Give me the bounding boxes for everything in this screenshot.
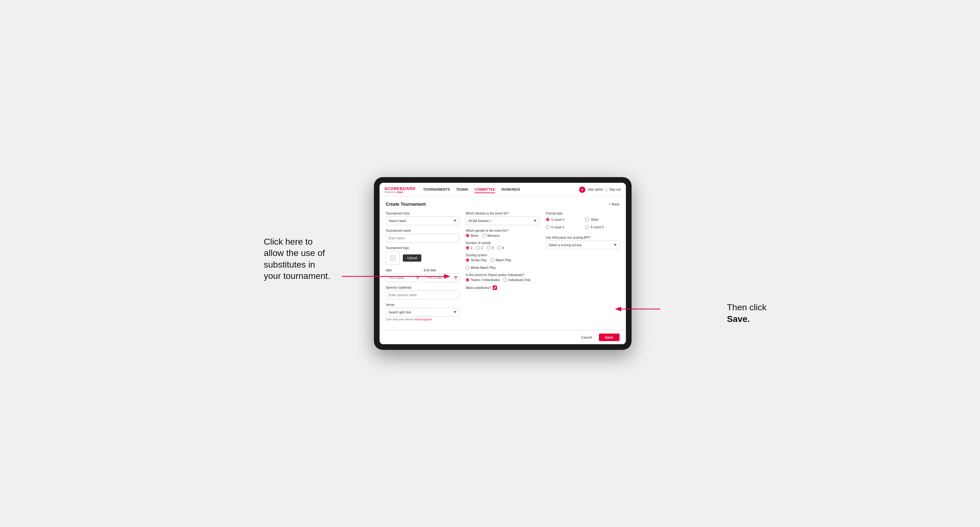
rounds-3-radio[interactable] [487, 246, 490, 250]
rounds-4-radio[interactable] [497, 246, 501, 250]
page-content: Create Tournament < Back Tournament Host… [380, 197, 626, 330]
sponsor-group: Sponsor (optional) [386, 286, 460, 299]
rounds-2[interactable]: 2 [476, 246, 483, 250]
event-for-label: Is this event for Teams and/or Individua… [466, 273, 539, 277]
sign-out-link[interactable]: Sign out [609, 188, 621, 191]
nav-committee[interactable]: COMMITTEE [474, 186, 495, 193]
format-label: Format type [546, 212, 620, 215]
rounds-2-radio[interactable] [476, 246, 480, 250]
venue-select[interactable]: Search golf club [386, 308, 460, 317]
tablet-device: SCOREBOARD Powered by clippd TOURNAMENTS… [374, 177, 632, 350]
gender-radio-group: Mens Womens [466, 234, 539, 237]
format-6count4: 6 count 4 [546, 225, 580, 229]
rounds-4[interactable]: 4 [497, 246, 504, 250]
venue-group: Venue Search golf club Can't find your v… [386, 303, 460, 321]
format-5count4-radio[interactable] [546, 217, 550, 221]
scoring-label: Scoring system [466, 254, 539, 257]
rounds-1[interactable]: 1 [466, 246, 473, 250]
nav-tournaments[interactable]: TOURNAMENTS [423, 186, 450, 193]
tournament-logo-label: Tournament logo [386, 246, 460, 250]
gender-group: Which gender is the event for? Mens Wome… [466, 229, 539, 237]
format-5count4: 5 count 4 [546, 217, 580, 221]
format-other: Other [585, 217, 619, 221]
format-other-radio[interactable] [585, 217, 589, 221]
tournament-logo-group: Tournament logo Upload [386, 246, 460, 265]
scoring-api-label: Use third-party live scoring API? [546, 236, 620, 239]
calendar-icon-end: 📅 [454, 276, 458, 279]
scoring-medal[interactable]: Medal Match Play [466, 266, 495, 270]
page-header: Create Tournament < Back [386, 202, 620, 206]
app-logo: SCOREBOARD Powered by clippd [385, 186, 416, 193]
tournament-name-label: Tournament name [386, 229, 460, 232]
left-annotation: Click here to allow the use of substitut… [264, 236, 333, 282]
event-for-radio-group: Teams (+Individuals) Individuals Only [466, 278, 539, 282]
tournament-host-label: Tournament Host [386, 212, 460, 215]
tournament-host-select[interactable]: Search team [386, 216, 460, 225]
tournament-name-input[interactable] [386, 234, 460, 243]
navigation: SCOREBOARD Powered by clippd TOURNAMENTS… [380, 183, 626, 197]
nav-items: TOURNAMENTS TEAMS COMMITTEE RANKINGS [423, 186, 579, 193]
scoring-api-select[interactable]: Select a scoring service [546, 241, 620, 249]
gender-label: Which gender is the event for? [466, 229, 539, 232]
scoring-radio-group: Stroke Play Match Play Medal Match Play [466, 258, 539, 270]
gender-mens[interactable]: Mens [466, 234, 478, 237]
event-teams[interactable]: Teams (+Individuals) [466, 278, 500, 282]
gender-mens-radio[interactable] [466, 234, 469, 237]
page-title: Create Tournament [386, 202, 426, 206]
left-arrow [339, 267, 452, 286]
right-arrow [613, 301, 663, 317]
right-annotation-bold: Save. [727, 314, 750, 324]
rounds-radio-group: 1 2 3 [466, 246, 539, 250]
form-column-right: Format type 5 count 4 Other [546, 212, 620, 325]
allow-subs-label[interactable]: Allow substitutes? [466, 286, 539, 290]
page-footer: Cancel Save [380, 330, 626, 344]
nav-separator: | [606, 188, 607, 191]
tournament-host-group: Tournament Host Search team [386, 212, 460, 225]
scoring-stroke[interactable]: Stroke Play [466, 258, 487, 262]
division-label: Which division is the event for? [466, 212, 539, 215]
rounds-group: Number of rounds 1 2 [466, 241, 539, 250]
email-support-link[interactable]: email support [415, 318, 432, 321]
venue-label: Venue [386, 303, 460, 306]
form-column-middle: Which division is the event for? NCAA Di… [466, 212, 539, 325]
rounds-3[interactable]: 3 [487, 246, 493, 250]
format-6count4-radio[interactable] [546, 225, 550, 229]
format-group: Format type 5 count 4 Other [546, 212, 620, 231]
tournament-name-group: Tournament name [386, 229, 460, 243]
scoring-match-radio[interactable] [490, 258, 494, 262]
nav-teams[interactable]: TEAMS [456, 186, 468, 193]
logo-placeholder [386, 251, 400, 265]
division-select[interactable]: NCAA Division I [466, 216, 539, 225]
save-button[interactable]: Save [599, 333, 620, 341]
rounds-label: Number of rounds [466, 241, 539, 244]
svg-point-1 [391, 257, 392, 257]
scoring-stroke-radio[interactable] [466, 258, 469, 262]
logo-powered-by: Powered by clippd [385, 191, 416, 193]
cancel-button[interactable]: Cancel [578, 333, 596, 341]
rounds-1-radio[interactable] [466, 246, 469, 250]
user-name: blair admin [588, 188, 603, 191]
allow-subs-group: Allow substitutes? [466, 286, 539, 290]
sponsor-input[interactable] [386, 290, 460, 299]
scoring-match[interactable]: Match Play [490, 258, 511, 262]
avatar: B [579, 187, 585, 193]
event-individuals-radio[interactable] [503, 278, 507, 282]
gender-womens-radio[interactable] [482, 234, 486, 237]
scoring-medal-radio[interactable] [466, 266, 469, 270]
nav-rankings[interactable]: RANKINGS [501, 186, 520, 193]
division-group: Which division is the event for? NCAA Di… [466, 212, 539, 225]
upload-button[interactable]: Upload [403, 254, 422, 262]
scoring-api-group: Use third-party live scoring API? Select… [546, 236, 620, 249]
venue-hint: Can't find your venue? email support [386, 318, 460, 321]
back-link[interactable]: < Back [609, 202, 620, 206]
logo-scoreboard: SCOREBOARD [385, 186, 416, 191]
gender-womens[interactable]: Womens [482, 234, 500, 237]
format-6count5-radio[interactable] [585, 225, 589, 229]
right-annotation: Then click Save. [727, 302, 766, 325]
event-individuals[interactable]: Individuals Only [503, 278, 531, 282]
format-options-grid: 5 count 4 Other 6 count 4 [546, 217, 620, 231]
event-teams-radio[interactable] [466, 278, 469, 282]
logo-upload-area: Upload [386, 251, 460, 265]
format-6count5: 6 count 5 [585, 225, 619, 229]
allow-subs-checkbox[interactable] [493, 286, 497, 290]
